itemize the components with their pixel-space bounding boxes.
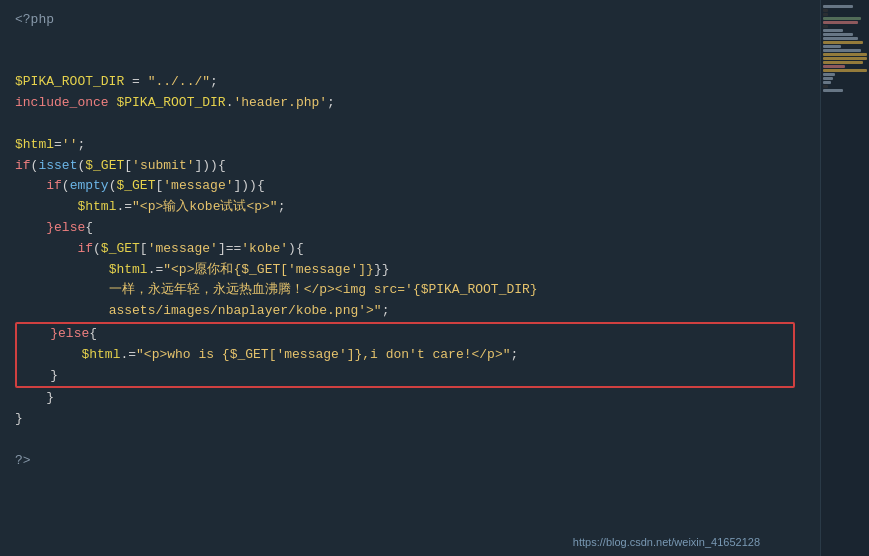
minimap-line — [823, 69, 867, 72]
watermark: https://blog.csdn.net/weixin_41652128 — [573, 536, 760, 548]
minimap-line — [823, 61, 863, 64]
code-line-6 — [15, 114, 805, 135]
minimap-line — [823, 53, 867, 56]
code-line-footer: ?> — [15, 451, 805, 472]
code-line-5: include_once $PIKA_ROOT_DIR.'header.php'… — [15, 93, 805, 114]
code-line-2 — [15, 31, 805, 52]
editor-container: <?php $PIKA_ROOT_DIR = "../../"; include… — [0, 0, 869, 556]
code-line-20: } — [15, 409, 805, 430]
minimap-line — [823, 73, 835, 76]
code-line-16: }else{ — [19, 324, 791, 345]
minimap-line — [823, 9, 828, 12]
minimap-line — [823, 5, 853, 8]
code-line-4: $PIKA_ROOT_DIR = "../../"; — [15, 72, 805, 93]
code-line-9: if(empty($_GET['message'])){ — [15, 176, 805, 197]
highlighted-block: }else{ $html.="<p>who is {$_GET['message… — [15, 322, 795, 388]
minimap-line — [823, 65, 845, 68]
minimap-content — [821, 0, 869, 98]
minimap-line — [823, 89, 843, 92]
code-line-7: $html=''; — [15, 135, 805, 156]
code-line-17: $html.="<p>who is {$_GET['message']},i d… — [19, 345, 791, 366]
code-line-13: $html.="<p>愿你和{$_GET['message']}}} — [15, 260, 805, 281]
code-line-15: assets/images/nbaplayer/kobe.png'>"; — [15, 301, 805, 322]
minimap-line — [823, 21, 858, 24]
code-line-12: if($_GET['message']=='kobe'){ — [15, 239, 805, 260]
code-line-14: 一样，永远年轻，永远热血沸腾！</p><img src='{$PIKA_ROOT… — [15, 280, 805, 301]
code-area: <?php $PIKA_ROOT_DIR = "../../"; include… — [0, 0, 820, 556]
code-line-3 — [15, 52, 805, 73]
minimap — [820, 0, 869, 556]
minimap-line — [823, 57, 867, 60]
minimap-line — [823, 49, 861, 52]
code-line-11: }else{ — [15, 218, 805, 239]
code-line-1: <?php — [15, 10, 805, 31]
code-line-8: if(isset($_GET['submit'])){ — [15, 156, 805, 177]
minimap-line — [823, 85, 828, 88]
minimap-line — [823, 45, 841, 48]
code-line-10: $html.="<p>输入kobe试试<p>"; — [15, 197, 805, 218]
code-line-19: } — [15, 388, 805, 409]
minimap-line — [823, 17, 861, 20]
minimap-line — [823, 29, 843, 32]
code-line-18: } — [19, 366, 791, 387]
code-line-21 — [15, 430, 805, 451]
minimap-line — [823, 77, 833, 80]
minimap-line — [823, 37, 858, 40]
minimap-line — [823, 25, 828, 28]
minimap-line — [823, 13, 828, 16]
minimap-line — [823, 41, 863, 44]
minimap-line — [823, 81, 831, 84]
minimap-line — [823, 33, 853, 36]
